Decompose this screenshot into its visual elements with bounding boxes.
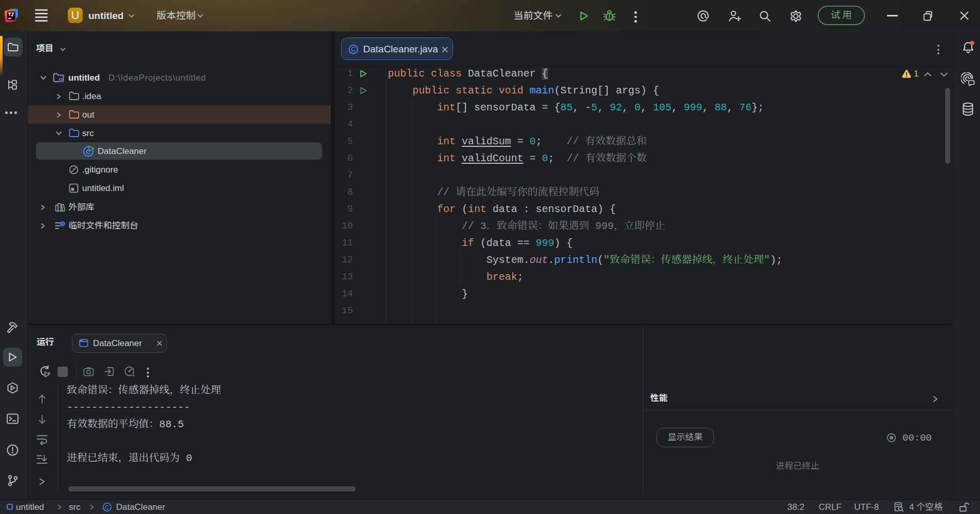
- svg-text:C: C: [351, 46, 355, 53]
- svg-text:C: C: [105, 504, 109, 510]
